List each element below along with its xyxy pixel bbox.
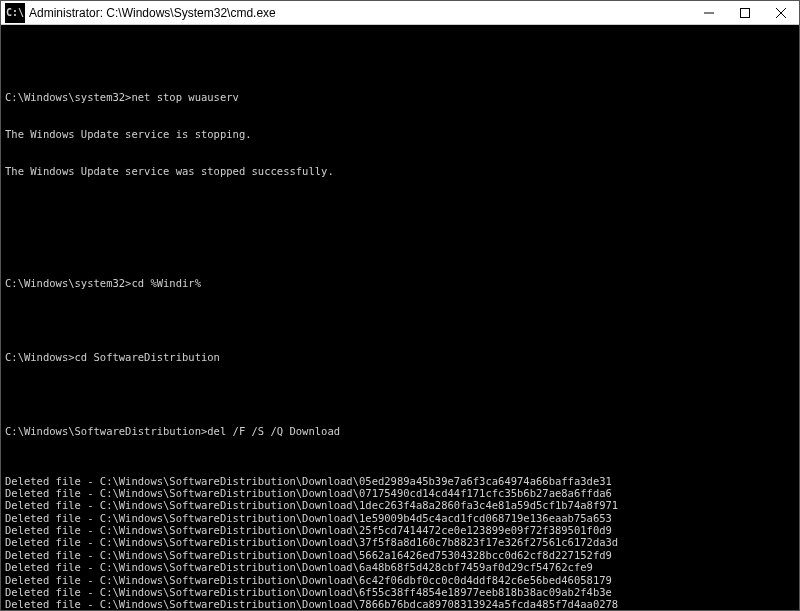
window-title: Administrator: C:\Windows\System32\cmd.e… [29,6,691,20]
output-line [5,388,795,400]
prompt-path: C:\Windows\system32> [5,91,131,103]
prompt-path: C:\Windows\system32> [5,277,131,289]
command-text: net stop wuauserv [131,91,238,103]
output-line: Deleted file - C:\Windows\SoftwareDistri… [5,598,795,610]
output-line: Deleted file - C:\Windows\SoftwareDistri… [5,475,795,487]
output-line: C:\Windows\SoftwareDistribution>del /F /… [5,425,795,437]
output-line: Deleted file - C:\Windows\SoftwareDistri… [5,524,795,536]
output-line: Deleted file - C:\Windows\SoftwareDistri… [5,549,795,561]
output-line [5,202,795,214]
output-line: C:\Windows>cd SoftwareDistribution [5,351,795,363]
maximize-button[interactable] [727,1,763,24]
close-icon [776,8,786,18]
output-line [5,314,795,326]
output-line: Deleted file - C:\Windows\SoftwareDistri… [5,499,795,511]
output-line: Deleted file - C:\Windows\SoftwareDistri… [5,512,795,524]
close-button[interactable] [763,1,799,24]
output-line: Deleted file - C:\Windows\SoftwareDistri… [5,536,795,548]
cmd-window: C:\ Administrator: C:\Windows\System32\c… [0,0,800,611]
output-line: Deleted file - C:\Windows\SoftwareDistri… [5,487,795,499]
output-line [5,54,795,66]
output-line: The Windows Update service is stopping. [5,128,795,140]
output-line: The Windows Update service was stopped s… [5,165,795,177]
window-controls [691,1,799,24]
svg-rect-0 [741,8,750,17]
prompt-path: C:\Windows> [5,351,75,363]
command-text: del /F /S /Q Download [207,425,340,437]
output-line [5,239,795,251]
cmd-icon: C:\ [5,3,25,23]
output-line: C:\Windows\system32>cd %Windir% [5,277,795,289]
maximize-icon [740,8,750,18]
output-line: Deleted file - C:\Windows\SoftwareDistri… [5,561,795,573]
titlebar[interactable]: C:\ Administrator: C:\Windows\System32\c… [1,1,799,25]
deleted-files-block: Deleted file - C:\Windows\SoftwareDistri… [5,475,795,611]
terminal-output[interactable]: C:\Windows\system32>net stop wuauserv Th… [1,25,799,610]
output-line: C:\Windows\system32>net stop wuauserv [5,91,795,103]
prompt-path: C:\Windows\SoftwareDistribution> [5,425,207,437]
command-text: cd %Windir% [131,277,201,289]
command-text: cd SoftwareDistribution [75,351,220,363]
output-line: Deleted file - C:\Windows\SoftwareDistri… [5,586,795,598]
minimize-icon [704,8,714,18]
output-line: Deleted file - C:\Windows\SoftwareDistri… [5,574,795,586]
minimize-button[interactable] [691,1,727,24]
